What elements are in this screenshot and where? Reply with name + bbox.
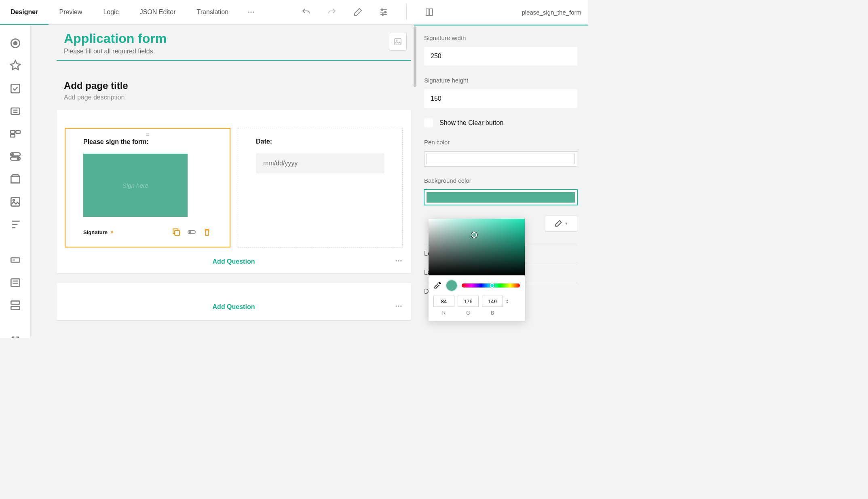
question-signature[interactable]: Please sign the form: Sign here Signatur… <box>65 128 230 247</box>
clear-format-button[interactable]: ▼ <box>545 216 577 232</box>
color-mode-stepper[interactable]: ▴▾ <box>506 299 510 304</box>
add-question-button[interactable]: Add Question <box>213 258 255 265</box>
tool-radiogroup-icon[interactable] <box>9 37 22 50</box>
prop-label-pen-color: Pen color <box>424 139 577 146</box>
prop-label-bg-color: Background color <box>424 177 577 184</box>
tab-json-editor[interactable]: JSON Editor <box>129 0 186 24</box>
svg-rect-11 <box>11 84 19 93</box>
color-g-input[interactable] <box>458 296 479 307</box>
top-nav: Designer Preview Logic JSON Editor Trans… <box>0 0 588 25</box>
tool-tagbox-icon[interactable] <box>9 127 22 140</box>
svg-point-24 <box>13 199 15 201</box>
scrollbar[interactable] <box>414 26 416 338</box>
svg-point-51 <box>398 260 399 262</box>
question-date[interactable]: Date: mm/dd/yyyy <box>238 128 403 247</box>
color-picker-popup: ▴▾ R G B <box>429 219 525 321</box>
svg-rect-17 <box>11 134 15 137</box>
undo-icon[interactable] <box>301 7 311 17</box>
prop-label-sig-height: Signature height <box>424 77 577 84</box>
hue-cursor[interactable] <box>490 283 494 288</box>
color-field-cursor[interactable] <box>471 232 477 238</box>
pen-color-swatch[interactable] <box>424 151 577 167</box>
tab-translation[interactable]: Translation <box>186 0 239 24</box>
current-color-circle <box>446 279 458 292</box>
svg-point-42 <box>147 133 148 134</box>
tool-multipletext-icon[interactable] <box>9 299 22 312</box>
svg-point-50 <box>396 260 397 262</box>
svg-rect-39 <box>395 38 401 45</box>
color-r-label: R <box>433 310 454 316</box>
panel-more-icon[interactable] <box>395 302 403 312</box>
background-color-swatch[interactable] <box>424 190 577 205</box>
show-clear-checkbox[interactable] <box>424 118 433 127</box>
color-g-label: G <box>458 310 479 316</box>
prop-label-sig-width: Signature width <box>424 34 577 41</box>
question-type-selector[interactable]: Signature ▼ <box>83 229 114 235</box>
book-icon[interactable] <box>424 7 434 17</box>
show-clear-label: Show the Clear button <box>439 119 503 127</box>
toolbox <box>0 25 31 338</box>
tool-comment-icon[interactable] <box>9 276 22 289</box>
redo-icon[interactable] <box>327 7 337 17</box>
settings-sliders-icon[interactable] <box>379 7 389 17</box>
required-toggle-icon[interactable] <box>187 227 196 237</box>
tool-singleinput-icon[interactable] <box>9 254 22 266</box>
svg-rect-23 <box>11 197 19 206</box>
svg-point-45 <box>147 135 148 136</box>
survey-name[interactable]: please_sign_the_form <box>522 9 588 16</box>
svg-rect-33 <box>11 301 19 304</box>
tool-panel-icon[interactable] <box>9 334 22 338</box>
page-title-placeholder[interactable]: Add page title <box>57 80 411 91</box>
svg-point-44 <box>146 135 147 136</box>
logo-placeholder[interactable] <box>389 33 407 51</box>
panel-more-icon[interactable] <box>395 257 403 266</box>
question-title[interactable]: Date: <box>256 138 384 145</box>
tool-checkbox-icon[interactable] <box>9 82 22 95</box>
signature-pad[interactable]: Sign here <box>83 154 188 217</box>
drag-handle-icon[interactable] <box>144 132 151 140</box>
svg-rect-28 <box>11 258 19 262</box>
svg-point-55 <box>400 306 401 307</box>
svg-rect-16 <box>16 131 20 133</box>
svg-point-46 <box>148 135 149 136</box>
tool-dropdown-icon[interactable] <box>9 105 22 118</box>
svg-point-0 <box>248 12 249 13</box>
tool-ranking-icon[interactable] <box>9 218 22 231</box>
survey-description[interactable]: Please fill out all required fields. <box>64 48 403 55</box>
tool-file-icon[interactable] <box>9 173 22 186</box>
color-b-label: B <box>482 310 503 316</box>
svg-point-54 <box>398 306 399 307</box>
add-question-button[interactable]: Add Question <box>213 303 255 311</box>
caret-down-icon: ▼ <box>110 230 114 235</box>
signature-width-input[interactable] <box>424 47 577 66</box>
survey-header: Application form Please fill out all req… <box>57 25 411 61</box>
tab-preview[interactable]: Preview <box>49 0 93 24</box>
more-tabs-icon[interactable] <box>239 0 263 24</box>
tab-logic[interactable]: Logic <box>93 0 129 24</box>
tab-designer[interactable]: Designer <box>0 0 49 24</box>
svg-point-43 <box>148 133 149 134</box>
color-r-input[interactable] <box>433 296 454 307</box>
duplicate-icon[interactable] <box>171 227 181 237</box>
svg-point-2 <box>253 12 254 13</box>
svg-point-53 <box>396 306 397 307</box>
tool-image-icon[interactable] <box>9 195 22 208</box>
svg-point-20 <box>12 154 13 155</box>
svg-rect-12 <box>11 108 19 114</box>
svg-point-10 <box>14 42 17 45</box>
page-description-placeholder[interactable]: Add page description <box>57 94 411 101</box>
caret-down-icon: ▼ <box>565 222 568 226</box>
survey-title[interactable]: Application form <box>64 31 403 46</box>
color-field[interactable] <box>429 219 525 275</box>
date-input[interactable]: mm/dd/yyyy <box>256 153 384 173</box>
delete-icon[interactable] <box>202 227 212 237</box>
eyedropper-icon[interactable] <box>433 281 441 290</box>
svg-point-41 <box>146 133 147 134</box>
eraser-icon[interactable] <box>353 7 363 17</box>
tool-rating-icon[interactable] <box>9 59 22 72</box>
svg-point-1 <box>251 12 252 13</box>
tool-boolean-icon[interactable] <box>9 150 22 163</box>
color-b-input[interactable] <box>482 296 503 307</box>
hue-slider[interactable] <box>462 283 520 288</box>
signature-height-input[interactable] <box>424 89 577 108</box>
